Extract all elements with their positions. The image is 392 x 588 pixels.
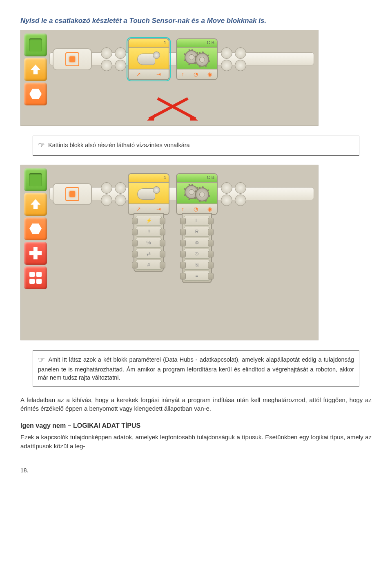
hub-row[interactable]: ⏲ [184,249,210,259]
hub-row[interactable]: % [136,238,162,248]
start-block[interactable] [53,183,92,205]
port-label: C B [207,175,214,180]
hub-row[interactable]: ⎘ [184,260,210,270]
touch-sensor-block[interactable]: 1 ↗ ⇥ [128,38,169,80]
palette-grid-button[interactable] [24,266,47,289]
touch-icon [129,183,169,203]
footer-icon: ◉ [207,71,212,77]
footer-icon: ⇥ [156,71,161,77]
block-footer: ↗ ⇥ [129,69,169,79]
footer-icon: ⇥ [156,206,161,212]
hub-row[interactable]: ⚡ [136,216,162,226]
gears-icon [177,183,217,203]
block-footer: ↑ ◔ ◉ [177,203,217,214]
move-block[interactable]: C B ↑ ◔ ◉ [176,38,218,80]
touch-datahub[interactable]: ⚡ ‼ % ⇄ # [134,213,164,272]
fig2-canvas: 1 ↗ ⇥ C B ↑ ◔ ◉ ⚡ ‼ % [20,165,318,340]
palette-arrow-button[interactable] [24,193,47,216]
body-paragraph: A feladatban az a kihívás, hogy a kereke… [20,396,372,414]
red-annotation-arrow [156,95,221,124]
hub-row[interactable]: ‼ [136,227,162,237]
callout-1: ☞ Kattints blokk alsó részén látható víz… [33,136,359,156]
hub-row[interactable]: # [136,260,162,270]
footer-icon: ↗ [136,71,141,77]
hub-row[interactable]: R [184,227,210,237]
block-footer: ↗ ⇥ [129,203,169,214]
svg-marker-0 [147,114,155,121]
palette-hex-button[interactable] [24,83,47,105]
move-block[interactable]: C B ↑ ◔ ◉ [176,173,218,215]
footer-icon: ◔ [194,71,198,77]
connector-pair [221,47,232,72]
section-body: Ezek a kapcsolók tulajdonképpen adatok, … [20,433,372,451]
hub-row[interactable]: ⚙ [184,238,210,248]
gears-icon [177,48,217,69]
hub-row[interactable]: = [184,271,210,281]
connector-pair [235,47,246,72]
port-label: 1 [164,40,166,45]
footer-icon: ◉ [207,206,212,212]
port-label: C B [207,40,214,45]
callout-2: ☞ Amit itt látsz azok a két blokk paramé… [33,350,359,387]
touch-icon [129,48,169,69]
connector-pair [115,182,126,207]
block-port-strip: 1 [129,174,169,183]
connector-pair [221,182,232,207]
palette-cross-button[interactable] [24,242,47,265]
palette-hex-button[interactable] [24,217,47,240]
block-palette [24,168,47,289]
block-port-strip: C B [177,174,217,183]
footer-icon: ◔ [194,206,198,212]
connector-pair [101,182,112,207]
palette-arrow-button[interactable] [24,58,47,81]
figure-1: 1 ↗ ⇥ C B ↑ ◔ ◉ [20,30,372,126]
callout-text: Amit itt látsz azok a két blokk paraméte… [38,356,354,381]
section-heading: Igen vagy nem – LOGIKAI ADAT TÍPUS [20,422,372,429]
pointing-hand-icon: ☞ [38,355,45,364]
block-palette [24,34,47,105]
hub-row[interactable]: L [184,216,210,226]
red-annotation-arrow [125,95,190,124]
figure-2: 1 ↗ ⇥ C B ↑ ◔ ◉ ⚡ ‼ % [20,165,372,340]
pointing-hand-icon: ☞ [38,141,45,150]
connector-pair [101,47,112,72]
footer-icon: ↑ [182,71,185,77]
start-block[interactable] [53,48,92,70]
block-footer: ↑ ◔ ◉ [177,69,217,79]
footer-icon: ↑ [182,206,185,212]
move-datahub[interactable]: L R ⚙ ⏲ ⎘ = [182,213,212,283]
touch-sensor-block[interactable]: 1 ↗ ⇥ [128,173,169,215]
svg-marker-1 [189,114,198,121]
palette-play-button[interactable] [24,34,47,56]
palette-play-button[interactable] [24,168,47,191]
hub-row[interactable]: ⇄ [136,249,162,259]
connector-pair [115,47,126,72]
fig1-canvas: 1 ↗ ⇥ C B ↑ ◔ ◉ [20,30,318,126]
connector-pair [235,182,246,207]
callout-text: Kattints blokk alsó részén látható vízsz… [48,142,190,148]
block-port-strip: 1 [129,39,169,48]
document-title: Nyisd le a csatlakozó készletét a Touch … [20,16,372,26]
footer-icon: ↗ [136,206,141,212]
page-number: 18. [20,467,372,474]
block-port-strip: C B [177,39,217,48]
port-label: 1 [164,175,166,180]
